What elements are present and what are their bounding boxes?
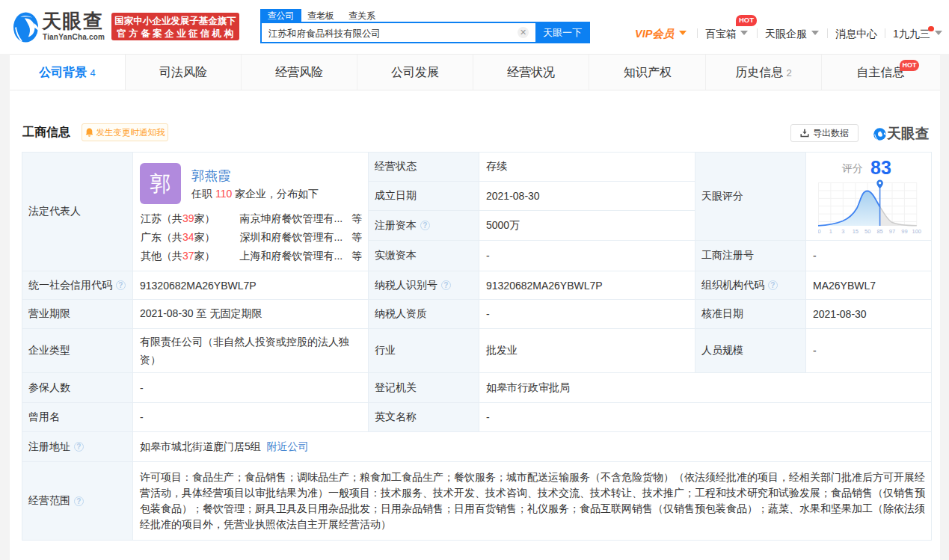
svg-text:85: 85 (876, 228, 882, 235)
svg-text:100: 100 (912, 228, 922, 235)
svg-text:50: 50 (864, 228, 870, 235)
svg-text:3: 3 (841, 228, 844, 235)
svg-text:1: 1 (829, 228, 832, 235)
svg-text:97: 97 (889, 228, 895, 235)
svg-text:15: 15 (853, 228, 859, 235)
svg-text:0: 0 (818, 228, 821, 235)
svg-text:99: 99 (901, 228, 907, 235)
